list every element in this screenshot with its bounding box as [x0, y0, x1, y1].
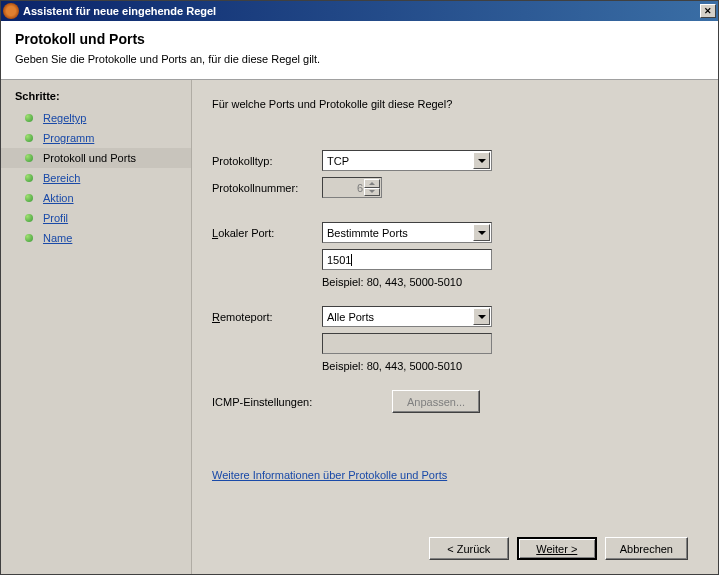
spinner-up-icon — [364, 179, 380, 188]
step-profil[interactable]: Profil — [1, 208, 191, 228]
sidebar-title: Schritte: — [1, 86, 191, 108]
bullet-icon — [25, 234, 33, 242]
cancel-button[interactable]: Abbrechen — [605, 537, 688, 560]
chevron-down-icon — [473, 152, 490, 169]
sidebar: Schritte: Regeltyp Programm Protokoll un… — [1, 80, 191, 574]
bullet-icon — [25, 174, 33, 182]
question-text: Für welche Ports und Protokolle gilt die… — [212, 98, 698, 110]
page-title: Protokoll und Ports — [15, 31, 704, 47]
text-cursor — [351, 254, 352, 266]
local-port-select[interactable]: Bestimmte Ports — [322, 222, 492, 243]
remote-port-example: Beispiel: 80, 443, 5000-5010 — [322, 360, 698, 372]
bullet-icon — [25, 114, 33, 122]
remote-port-input — [322, 333, 492, 354]
bullet-icon — [25, 214, 33, 222]
next-button[interactable]: Weiter > — [517, 537, 597, 560]
body: Schritte: Regeltyp Programm Protokoll un… — [1, 80, 718, 574]
content-pane: Für welche Ports und Protokolle gilt die… — [191, 80, 718, 574]
local-port-example: Beispiel: 80, 443, 5000-5010 — [322, 276, 698, 288]
step-aktion[interactable]: Aktion — [1, 188, 191, 208]
bullet-icon — [25, 134, 33, 142]
protocol-type-select[interactable]: TCP — [322, 150, 492, 171]
step-bereich[interactable]: Bereich — [1, 168, 191, 188]
local-port-label: Lokaler Port: — [212, 227, 322, 239]
remote-port-label: Remoteport: — [212, 311, 322, 323]
more-info-link[interactable]: Weitere Informationen über Protokolle un… — [212, 469, 447, 481]
bullet-icon — [25, 194, 33, 202]
window-title: Assistent für neue eingehende Regel — [23, 5, 700, 17]
chevron-down-icon — [473, 308, 490, 325]
header: Protokoll und Ports Geben Sie die Protok… — [1, 21, 718, 80]
button-row: < Zurück Weiter > Abbrechen — [212, 523, 698, 574]
icmp-customize-button: Anpassen... — [392, 390, 480, 413]
remote-port-select[interactable]: Alle Ports — [322, 306, 492, 327]
app-icon — [3, 3, 19, 19]
close-button[interactable]: ✕ — [700, 4, 716, 18]
icmp-label: ICMP-Einstellungen: — [212, 396, 392, 408]
protocol-type-label: Protokolltyp: — [212, 155, 322, 167]
bullet-icon — [25, 154, 33, 162]
step-protokoll-ports[interactable]: Protokoll und Ports — [1, 148, 191, 168]
protocol-number-spinner: 6 — [322, 177, 382, 198]
step-programm[interactable]: Programm — [1, 128, 191, 148]
step-regeltyp[interactable]: Regeltyp — [1, 108, 191, 128]
protocol-number-label: Protokollnummer: — [212, 182, 322, 194]
page-subtitle: Geben Sie die Protokolle und Ports an, f… — [15, 53, 704, 65]
spinner-down-icon — [364, 188, 380, 197]
back-button[interactable]: < Zurück — [429, 537, 509, 560]
local-port-input[interactable]: 1501 — [322, 249, 492, 270]
step-name[interactable]: Name — [1, 228, 191, 248]
titlebar: Assistent für neue eingehende Regel ✕ — [1, 1, 718, 21]
chevron-down-icon — [473, 224, 490, 241]
wizard-window: Assistent für neue eingehende Regel ✕ Pr… — [0, 0, 719, 575]
